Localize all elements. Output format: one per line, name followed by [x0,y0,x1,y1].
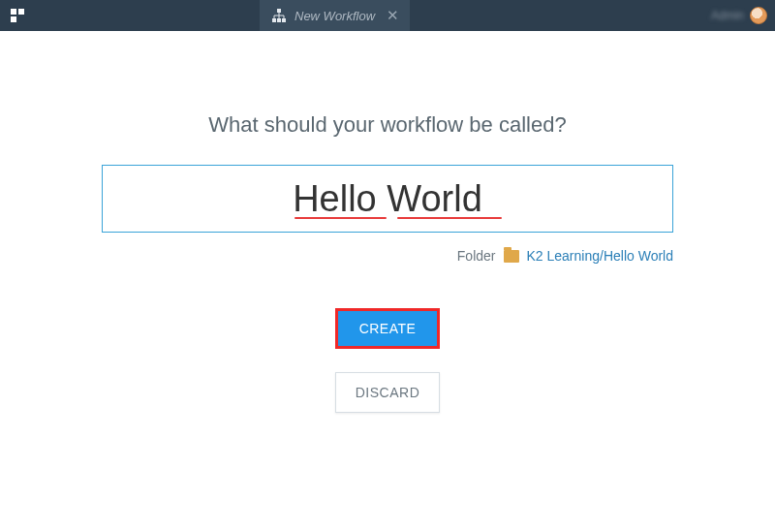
svg-rect-3 [277,9,281,13]
workflow-icon [271,8,287,23]
folder-label: Folder [457,248,496,264]
spellcheck-underline [397,217,502,219]
close-icon[interactable]: ✕ [385,8,400,23]
create-button[interactable]: CREATE [335,308,440,349]
button-group: CREATE DISCARD [335,308,440,413]
tab-label: New Workflow [294,9,375,23]
svg-rect-0 [11,9,16,15]
svg-rect-5 [277,18,281,22]
svg-rect-2 [11,16,16,22]
user-area[interactable]: Admin [711,0,767,31]
topbar: New Workflow ✕ Admin [0,0,775,31]
tab-new-workflow[interactable]: New Workflow ✕ [260,0,410,31]
name-input-wrap [102,165,673,233]
svg-rect-4 [272,18,276,22]
discard-button[interactable]: DISCARD [335,372,440,413]
spellcheck-underline [294,217,387,219]
folder-path-link[interactable]: K2 Learning/Hello World [527,248,674,264]
app-icon[interactable] [8,6,27,25]
main-content: What should your workflow be called? Fol… [0,31,775,413]
folder-row: Folder K2 Learning/Hello World [102,248,673,264]
user-name: Admin [711,9,744,22]
avatar[interactable] [750,7,767,24]
workflow-name-input[interactable] [102,165,673,233]
folder-icon [504,250,519,263]
svg-rect-1 [18,9,24,15]
svg-rect-6 [282,18,286,22]
page-title: What should your workflow be called? [208,112,566,138]
